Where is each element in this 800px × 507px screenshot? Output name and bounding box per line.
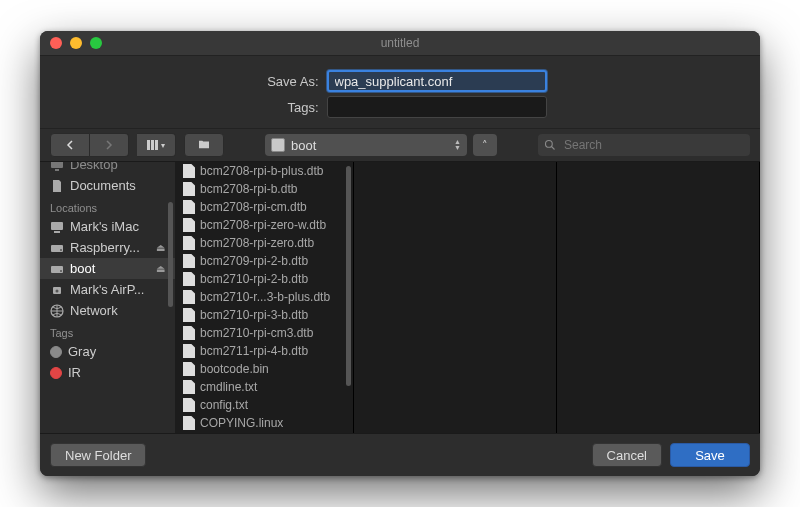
eject-icon[interactable]: ⏏	[156, 242, 165, 253]
action-menu-button[interactable]	[184, 133, 224, 157]
chevron-up-icon: ˄	[482, 139, 488, 152]
sidebar-item-network[interactable]: Network	[40, 300, 175, 321]
save-button[interactable]: Save	[670, 443, 750, 467]
location-popup[interactable]: boot ▲▼	[265, 134, 467, 156]
window-title: untitled	[381, 36, 420, 50]
view-group: ▾	[137, 133, 176, 157]
svg-point-9	[60, 270, 62, 272]
view-mode-button[interactable]: ▾	[137, 133, 176, 157]
sidebar-scrollbar[interactable]	[168, 202, 173, 307]
sidebar-header-locations: Locations	[40, 196, 175, 216]
sidebar-tag-ir[interactable]: IR	[40, 362, 175, 383]
back-button[interactable]	[50, 133, 90, 157]
search-field[interactable]	[538, 134, 750, 156]
file-icon	[183, 272, 195, 286]
save-panel: Save As: Tags:	[40, 56, 760, 129]
columns-icon	[147, 140, 158, 150]
traffic-lights	[50, 37, 102, 49]
location-label: boot	[291, 138, 316, 153]
file-item[interactable]: bcm2708-rpi-cm.dtb	[175, 198, 353, 216]
svg-point-7	[60, 249, 62, 251]
file-icon	[183, 308, 195, 322]
titlebar: untitled	[40, 31, 760, 56]
desktop-icon	[50, 162, 64, 172]
file-item[interactable]: bcm2708-rpi-b.dtb	[175, 180, 353, 198]
file-item[interactable]: fixup_cd.dat	[175, 432, 353, 433]
close-window-icon[interactable]	[50, 37, 62, 49]
file-name: bcm2710-rpi-3-b.dtb	[200, 308, 308, 322]
file-item[interactable]: COPYING.linux	[175, 414, 353, 432]
file-name: cmdline.txt	[200, 380, 257, 394]
save-label: Save	[695, 448, 725, 463]
file-icon	[183, 344, 195, 358]
tags-input[interactable]	[327, 96, 547, 118]
search-input[interactable]	[562, 137, 744, 153]
file-browser: DesktopDocuments Locations Mark's iMacRa…	[40, 162, 760, 433]
file-name: bcm2708-rpi-zero.dtb	[200, 236, 314, 250]
zoom-window-icon[interactable]	[90, 37, 102, 49]
file-name: bootcode.bin	[200, 362, 269, 376]
file-item[interactable]: bootcode.bin	[175, 360, 353, 378]
sidebar-tag-gray[interactable]: Gray	[40, 341, 175, 362]
sidebar-item-label: Mark's iMac	[70, 219, 139, 234]
file-scrollbar[interactable]	[346, 166, 351, 386]
svg-line-1	[552, 147, 555, 150]
sidebar-item-desktop[interactable]: Desktop	[40, 162, 175, 175]
svg-point-11	[56, 289, 59, 292]
file-name: bcm2710-r...3-b-plus.dtb	[200, 290, 330, 304]
file-item[interactable]: bcm2711-rpi-4-b.dtb	[175, 342, 353, 360]
file-name: bcm2709-rpi-2-b.dtb	[200, 254, 308, 268]
save-as-label: Save As:	[254, 74, 319, 89]
file-item[interactable]: bcm2708-rpi-zero.dtb	[175, 234, 353, 252]
sidebar-item-mark-s-imac[interactable]: Mark's iMac	[40, 216, 175, 237]
sidebar-item-boot[interactable]: boot⏏	[40, 258, 175, 279]
folder-icon	[197, 139, 211, 151]
file-icon	[183, 290, 195, 304]
sidebar-item-label: Gray	[68, 344, 96, 359]
file-icon	[183, 380, 195, 394]
file-item[interactable]: bcm2708-rpi-zero-w.dtb	[175, 216, 353, 234]
minimize-window-icon[interactable]	[70, 37, 82, 49]
cancel-button[interactable]: Cancel	[592, 443, 662, 467]
file-icon	[183, 200, 195, 214]
file-item[interactable]: bcm2708-rpi-b-plus.dtb	[175, 162, 353, 180]
file-item[interactable]: bcm2710-rpi-3-b.dtb	[175, 306, 353, 324]
file-name: bcm2711-rpi-4-b.dtb	[200, 344, 308, 358]
file-item[interactable]: cmdline.txt	[175, 378, 353, 396]
file-icon	[183, 326, 195, 340]
tags-label: Tags:	[254, 100, 319, 115]
sidebar-item-mark-s-airp-[interactable]: Mark's AirP...	[40, 279, 175, 300]
sidebar-item-label: Documents	[70, 178, 136, 193]
save-dialog: untitled Save As: Tags:	[40, 31, 760, 476]
computer-icon	[50, 220, 64, 234]
bottom-bar: New Folder Cancel Save	[40, 433, 760, 476]
file-name: bcm2710-rpi-cm3.dtb	[200, 326, 313, 340]
file-item[interactable]: bcm2710-rpi-cm3.dtb	[175, 324, 353, 342]
network-icon	[50, 304, 64, 318]
file-icon	[183, 254, 195, 268]
eject-icon[interactable]: ⏏	[156, 263, 165, 274]
chevron-down-icon: ▾	[161, 141, 165, 150]
file-item[interactable]: bcm2710-r...3-b-plus.dtb	[175, 288, 353, 306]
filename-input[interactable]	[327, 70, 547, 92]
file-item[interactable]: bcm2709-rpi-2-b.dtb	[175, 252, 353, 270]
file-icon	[183, 398, 195, 412]
file-column-empty-1	[354, 162, 557, 433]
forward-button[interactable]	[90, 133, 129, 157]
parent-folder-button[interactable]: ˄	[473, 134, 497, 156]
tag-dot-icon	[50, 367, 62, 379]
file-name: COPYING.linux	[200, 416, 283, 430]
stepper-icon: ▲▼	[454, 139, 461, 151]
tag-dot-icon	[50, 346, 62, 358]
sidebar: DesktopDocuments Locations Mark's iMacRa…	[40, 162, 175, 433]
sidebar-item-raspberry-[interactable]: Raspberry...⏏	[40, 237, 175, 258]
airport-icon	[50, 283, 64, 297]
new-folder-button[interactable]: New Folder	[50, 443, 146, 467]
sidebar-item-documents[interactable]: Documents	[40, 175, 175, 196]
file-name: bcm2710-rpi-2-b.dtb	[200, 272, 308, 286]
search-icon	[544, 139, 556, 151]
file-name: bcm2708-rpi-b.dtb	[200, 182, 297, 196]
sidebar-item-label: IR	[68, 365, 81, 380]
file-item[interactable]: bcm2710-rpi-2-b.dtb	[175, 270, 353, 288]
file-item[interactable]: config.txt	[175, 396, 353, 414]
